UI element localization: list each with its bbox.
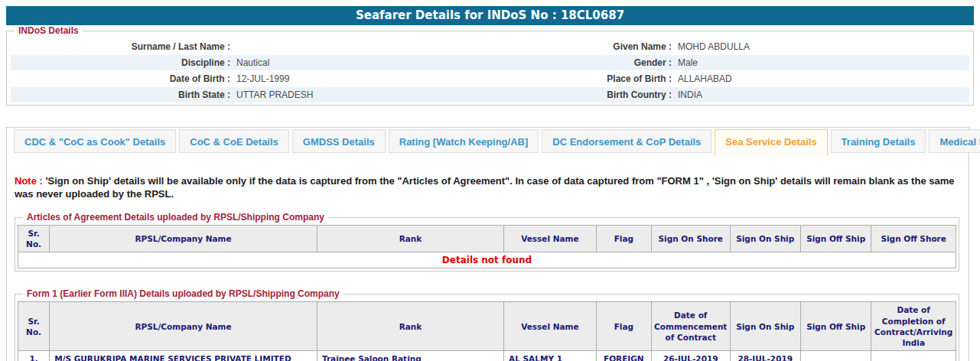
date-of-birth-value: 12-JUL-1999	[236, 71, 506, 86]
cell-vessel-name: AL SALMY 1	[504, 351, 597, 361]
gender-value: Male	[678, 55, 969, 70]
birth-country-label: Birth Country :	[506, 87, 678, 102]
gender-label: Gender :	[506, 55, 678, 70]
given-name-value: MOHD ABDULLA	[678, 39, 969, 54]
articles-table: Sr. No. RPSL/Company Name Rank Vessel Na…	[18, 225, 956, 268]
form1-header-row: Sr. No. RPSL/Company Name Rank Vessel Na…	[18, 302, 956, 351]
column-header-rpsl-company: RPSL/Company Name	[50, 302, 317, 351]
given-name-label: Given Name :	[506, 39, 678, 54]
discipline-label: Discipline :	[11, 55, 236, 70]
tab-gmdss-details[interactable]: GMDSS Details	[292, 129, 386, 153]
place-of-birth-value: ALLAHABAD	[678, 71, 969, 86]
birth-state-value: UTTAR PRADESH	[236, 87, 506, 102]
table-row: 1. M/S GURUKRIPA MARINE SERVICES PRIVATE…	[18, 351, 956, 361]
form1-table: Sr. No. RPSL/Company Name Rank Vessel Na…	[18, 301, 956, 361]
cell-rank: Trainee Saloon Rating	[317, 351, 503, 361]
tab-medical-fitness-certificate[interactable]: Medical Fitness Certificate	[929, 129, 980, 153]
column-header-rank: Rank	[317, 226, 503, 252]
seafarer-details-page: Seafarer Details for INDoS No : 18CL0687…	[0, 0, 980, 361]
column-header-sign-on-shore: Sign On Shore	[652, 226, 731, 252]
column-header-date-commencement: Date of Commencement of Contract	[652, 302, 731, 351]
detail-row-name: Surname / Last Name : Given Name : MOHD …	[11, 39, 969, 54]
column-header-sign-off-shore: Sign Off Shore	[871, 226, 956, 252]
cell-flag: FOREIGN	[596, 351, 651, 361]
column-header-sr-no: Sr. No.	[18, 226, 50, 252]
cell-sign-on-ship: 28-JUL-2019	[730, 351, 800, 361]
tab-coc-coe-details[interactable]: CoC & CoE Details	[179, 129, 289, 153]
indos-details-section: INDoS Details Surname / Last Name : Give…	[6, 31, 974, 106]
note-text: Note : 'Sign on Ship' details will be av…	[15, 174, 958, 200]
note-body: 'Sign on Ship' details will be available…	[15, 175, 954, 200]
discipline-value: Nautical	[236, 55, 506, 70]
column-header-sr-no: Sr. No.	[18, 302, 50, 351]
tab-training-details[interactable]: Training Details	[831, 129, 926, 153]
column-header-date-completion: Date of Completion of Contract/Arriving …	[871, 302, 956, 351]
birth-state-label: Birth State :	[11, 87, 236, 102]
cell-date-commencement: 26-JUL-2019	[652, 351, 731, 361]
indos-details-legend: INDoS Details	[15, 25, 83, 36]
column-header-rank: Rank	[317, 302, 503, 351]
cell-rpsl-company: M/S GURUKRIPA MARINE SERVICES PRIVATE LI…	[50, 351, 317, 361]
articles-header-row: Sr. No. RPSL/Company Name Rank Vessel Na…	[18, 226, 956, 252]
page-title: Seafarer Details for INDoS No : 18CL0687	[6, 6, 974, 25]
detail-row-birth-state: Birth State : UTTAR PRADESH Birth Countr…	[11, 87, 969, 102]
column-header-flag: Flag	[596, 302, 651, 351]
form1-section-legend: Form 1 (Earlier Form IIIA) Details uploa…	[23, 288, 343, 299]
surname-label: Surname / Last Name :	[11, 39, 236, 54]
form1-section: Form 1 (Earlier Form IIIA) Details uploa…	[15, 294, 959, 361]
tab-content-panel: CDC & "CoC as Cook" Details CoC & CoE De…	[6, 127, 969, 361]
tab-rating-watch-keeping-ab[interactable]: Rating [Watch Keeping/AB]	[389, 129, 539, 153]
birth-country-value: INDIA	[678, 87, 969, 102]
column-header-sign-off-ship: Sign Off Ship	[800, 226, 871, 252]
cell-sign-off-ship	[800, 351, 871, 361]
detail-row-birth: Date of Birth : 12-JUL-1999 Place of Bir…	[11, 71, 969, 86]
surname-value	[236, 39, 506, 54]
articles-of-agreement-section: Articles of Agreement Details uploaded b…	[15, 217, 959, 272]
column-header-sign-on-ship: Sign On Ship	[730, 226, 800, 252]
column-header-flag: Flag	[596, 226, 651, 252]
cell-date-completion	[871, 351, 956, 361]
column-header-rpsl-company: RPSL/Company Name	[50, 226, 317, 252]
note-prefix: Note :	[15, 175, 43, 187]
date-of-birth-label: Date of Birth :	[11, 71, 236, 86]
place-of-birth-label: Place of Birth :	[506, 71, 678, 86]
tab-sea-service-details[interactable]: Sea Service Details	[715, 129, 827, 156]
column-header-vessel-name: Vessel Name	[504, 226, 597, 252]
empty-message: Details not found	[18, 252, 956, 268]
column-header-vessel-name: Vessel Name	[504, 302, 597, 351]
tab-dc-endorsement-cop-details[interactable]: DC Endorsement & CoP Details	[542, 129, 711, 153]
cell-sr-no: 1.	[18, 351, 50, 361]
articles-empty-row: Details not found	[18, 252, 956, 268]
articles-section-legend: Articles of Agreement Details uploaded b…	[23, 212, 328, 223]
tab-bar: CDC & "CoC as Cook" Details CoC & CoE De…	[14, 129, 969, 156]
detail-row-discipline: Discipline : Nautical Gender : Male	[11, 55, 969, 70]
tab-cdc-coc-as-cook-details[interactable]: CDC & "CoC as Cook" Details	[14, 129, 176, 153]
column-header-sign-on-ship: Sign On Ship	[730, 302, 800, 351]
column-header-sign-off-ship: Sign Off Ship	[800, 302, 871, 351]
